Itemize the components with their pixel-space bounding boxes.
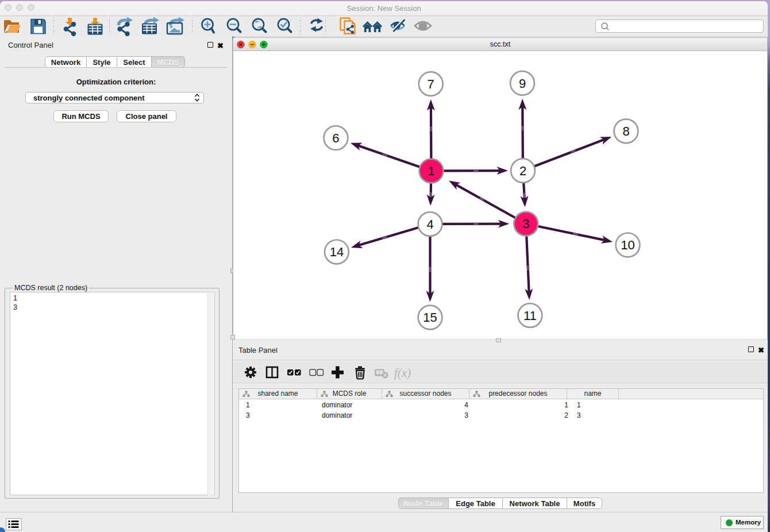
svg-text:1: 1 xyxy=(428,164,434,178)
svg-text:7: 7 xyxy=(428,77,434,91)
svg-text:3: 3 xyxy=(522,217,529,231)
svg-text:11: 11 xyxy=(523,309,537,323)
svg-text:2: 2 xyxy=(519,164,526,178)
svg-text:f(x): f(x) xyxy=(394,366,411,380)
svg-text:9: 9 xyxy=(519,76,526,91)
svg-text:15: 15 xyxy=(423,310,437,325)
svg-text:14: 14 xyxy=(330,245,344,259)
svg-text:4: 4 xyxy=(426,217,433,232)
svg-text:8: 8 xyxy=(622,124,629,138)
svg-text:6: 6 xyxy=(332,131,339,145)
svg-text:10: 10 xyxy=(621,238,634,252)
